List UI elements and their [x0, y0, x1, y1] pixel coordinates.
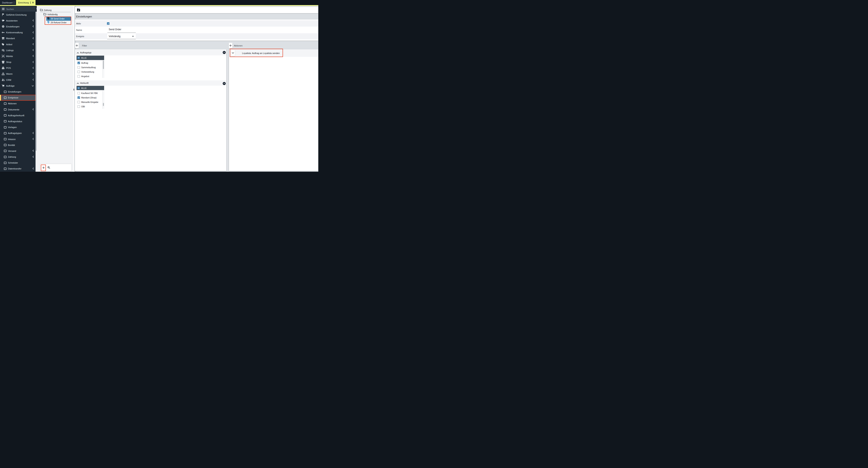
window-icon [4, 150, 6, 152]
filter-option-obi[interactable]: OBI [78, 104, 85, 109]
form-row-aktiv: Aktiv [75, 20, 318, 27]
sidebar-item-label: CRM [6, 79, 11, 81]
tab-einrichtung[interactable]: Einrichtung [16, 0, 35, 5]
sidebar-item-bonit-t[interactable]: Bonität [0, 142, 37, 148]
tree-node-vollstaendig[interactable]: Vollständig [43, 12, 58, 16]
sidebar-item-inkasso[interactable]: Inkasso [0, 136, 37, 142]
sidebar-item-shop[interactable]: Shop [0, 59, 37, 65]
form-row-name: Name Send Order [75, 27, 318, 33]
remove-filter-icon[interactable] [223, 51, 226, 54]
filter-option-manuelle-eingabe[interactable]: Manuelle Eingabe [78, 100, 98, 104]
sidebar-item-mandant[interactable]: Mandant [0, 35, 37, 41]
sidebar-item-pos[interactable]: POS [0, 65, 37, 71]
filter-option-angebot[interactable]: Angebot [78, 74, 89, 79]
filter-option-kaufland-sk-fbk[interactable]: Kaufland SK FBK [78, 91, 98, 95]
option-checkbox[interactable] [78, 101, 80, 103]
sidebar-item-ereignisse[interactable]: Ereignisse [0, 95, 37, 101]
select-all-bar[interactable]: ALLE [76, 86, 104, 90]
chevron-left-icon [32, 49, 34, 52]
window-icon [4, 102, 6, 105]
list-scrollbar-track[interactable] [102, 90, 104, 108]
tag-icon [2, 43, 5, 46]
sidebar-item-listings[interactable]: Listings [0, 47, 37, 53]
filter-group-header-auftragstyp[interactable]: Auftragstyp [75, 50, 226, 55]
name-field[interactable]: Send Order [109, 28, 121, 31]
sidebar-item-kontoverwaltung[interactable]: Kontoverwaltung [0, 30, 37, 35]
close-tab-icon[interactable] [32, 2, 34, 3]
select-all-checkbox[interactable] [78, 57, 80, 59]
tree-node-zahlung[interactable]: Zahlung [40, 8, 52, 12]
chevron-left-icon [32, 19, 34, 22]
filter-option-auftrag[interactable]: Auftrag [78, 61, 88, 65]
sidebar-item-versand[interactable]: Versand [0, 148, 37, 154]
sidebar-item-auftragsherkunft[interactable]: Auftragsherkunft [0, 113, 37, 118]
sidebar-item-vorlagen[interactable]: Vorlagen [0, 124, 37, 130]
zoom-search-icon[interactable] [47, 166, 50, 170]
list-scrollbar-thumb[interactable] [103, 60, 104, 69]
sidebar-item-label: Waren [6, 73, 12, 75]
option-checkbox[interactable] [78, 71, 80, 73]
sidebar-item-label: Kontoverwaltung [6, 31, 23, 34]
filter-option-sammelauftrag[interactable]: Sammelauftrag [78, 65, 96, 70]
aktiv-checkbox[interactable] [107, 22, 110, 25]
option-label: Angebot [81, 75, 89, 77]
gear-icon [2, 25, 5, 28]
option-checkbox[interactable] [78, 62, 80, 64]
chevron-left-icon [32, 150, 34, 152]
ereignis-select[interactable]: Vollständig [107, 34, 136, 39]
option-checkbox[interactable] [78, 105, 80, 108]
sidebar-item-label: Einstellungen [8, 91, 21, 93]
splitter-grip-icon[interactable] [73, 89, 74, 91]
list-scrollbar-thumb[interactable] [103, 103, 104, 106]
settings-form: Aktiv Name Send Order Ereignis Vollständ… [75, 20, 318, 40]
option-checkbox[interactable] [78, 66, 80, 69]
tab-dashboard[interactable]: Dashboard [0, 0, 16, 5]
chevron-left-icon [32, 108, 34, 111]
annotation-box-add-button [41, 164, 46, 171]
save-icon[interactable] [77, 8, 81, 12]
select-all-checkbox[interactable] [78, 87, 80, 89]
option-checkbox[interactable] [78, 75, 80, 77]
sidebar-scrollbar-thumb[interactable] [36, 12, 36, 151]
sidebar-item-auftragsstatus[interactable]: Auftragsstatus [0, 118, 37, 124]
panel-scrollbar-gutter[interactable] [227, 49, 228, 171]
sidebar-item-dokumente[interactable]: Dokumente [0, 106, 37, 113]
search-input[interactable] [5, 8, 36, 10]
sidebar-item-m-rkte[interactable]: Märkte [0, 53, 37, 59]
list-scrollbar-track[interactable] [102, 60, 104, 78]
chevron-left-icon [32, 37, 34, 40]
select-all-bar[interactable]: ALLE [76, 56, 104, 60]
kebab-menu-icon[interactable] [13, 1, 14, 4]
kebab-menu-icon[interactable] [30, 1, 31, 4]
remove-filter-icon[interactable] [223, 82, 226, 85]
option-label: Kaufland SK FBK [81, 92, 98, 94]
filter-group-header-herkunft[interactable]: Herkunft [75, 81, 226, 86]
hamburger-menu-icon[interactable] [2, 7, 5, 11]
sidebar-item-auftragstypen[interactable]: Auftragstypen [0, 130, 37, 136]
option-checkbox[interactable] [78, 96, 80, 99]
add-action-button[interactable] [229, 43, 232, 48]
filter-option-mandant-shop-[interactable]: Mandant (Shop) [78, 95, 97, 100]
sidebar-item-waren[interactable]: Waren [0, 71, 37, 77]
sidebar-item-einstellungen[interactable]: Einstellungen [0, 24, 37, 29]
sidebar-item-crm[interactable]: CRM [0, 77, 37, 83]
sidebar-item-scheduler[interactable]: Scheduler [0, 160, 37, 166]
sidebar-item-zahlung[interactable]: Zahlung [0, 154, 37, 160]
sidebar-item-gef-hrte-einrichtung[interactable]: Geführte Einrichtung [0, 12, 37, 18]
window-icon [4, 114, 6, 117]
filter-option-vorbestellung[interactable]: Vorbestellung [78, 70, 94, 74]
sidebar-item-label: Mandant [6, 37, 15, 39]
form-row-ereignis: Ereignis Vollständig [75, 33, 318, 39]
add-filter-button[interactable] [75, 43, 79, 48]
store-icon [2, 37, 5, 40]
sidebar-item-datentransfer[interactable]: Datentransfer [0, 166, 37, 172]
sidebar-item-assistenten[interactable]: Assistenten [0, 18, 37, 24]
window-icon [4, 161, 6, 164]
sidebar-item-aktionen[interactable]: Aktionen [0, 101, 37, 106]
option-label: Auftrag [81, 62, 88, 64]
option-checkbox[interactable] [78, 92, 80, 94]
sidebar-item-einstellungen[interactable]: Einstellungen [0, 89, 37, 95]
sidebar-item-auftr-ge[interactable]: Aufträge [0, 83, 37, 89]
people-icon [2, 79, 5, 82]
sidebar-item-artikel[interactable]: Artikel [0, 41, 37, 47]
